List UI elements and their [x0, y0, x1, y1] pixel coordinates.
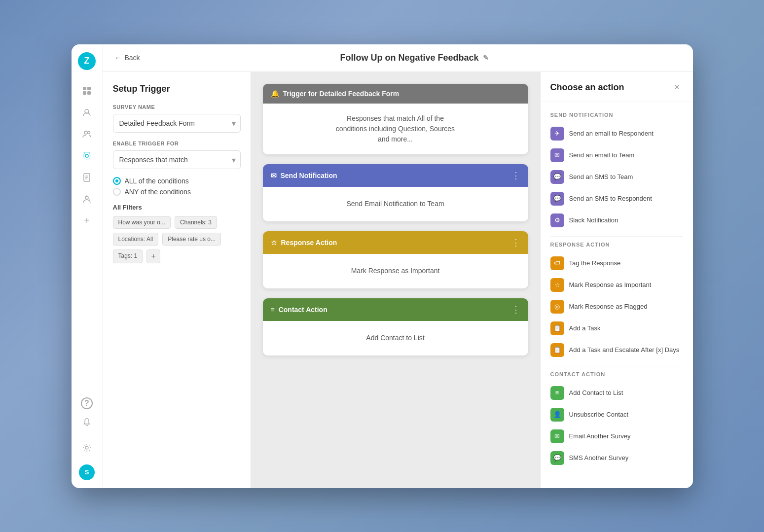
contact-card-title: Contact Action	[279, 306, 327, 314]
filter-tag-3[interactable]: Please rate us o...	[162, 233, 221, 246]
sidebar-bottom: ? S	[78, 397, 96, 480]
action-unsubscribe[interactable]: 👤 Unsubscribe Contact	[550, 404, 683, 426]
notification-bell-icon[interactable]	[78, 413, 96, 431]
filter-tag-4[interactable]: Tags: 1	[113, 249, 143, 263]
response-card-header: ☆ Response Action ⋮	[263, 231, 528, 254]
notify-envelope-icon: ✉	[271, 172, 277, 179]
action-email-survey[interactable]: ✉ Email Another Survey	[550, 426, 683, 447]
page-title: Follow Up on Negative Feedback ✎	[148, 53, 681, 63]
response-action-card: ☆ Response Action ⋮ Mark Response as Imp…	[263, 231, 528, 288]
tag-response-icon: 🏷	[550, 256, 564, 270]
svg-point-6	[88, 131, 90, 134]
action-tag-response[interactable]: 🏷 Tag the Response	[550, 252, 683, 274]
mark-flagged-icon: ◎	[550, 300, 564, 314]
response-star-icon: ☆	[271, 239, 277, 247]
survey-name-select[interactable]: Detailed Feedback Form	[113, 114, 241, 133]
email-team-label: Send an email to Team	[569, 151, 635, 159]
add-task-label: Add a Task	[569, 324, 601, 332]
sms-survey-label: SMS Another Survey	[569, 454, 629, 461]
sidebar-item-documents[interactable]	[78, 169, 96, 186]
back-label: Back	[125, 54, 140, 62]
tag-response-label: Tag the Response	[569, 259, 621, 267]
app-logo[interactable]: Z	[78, 52, 96, 70]
sms-respondent-icon: 💬	[550, 192, 564, 206]
trigger-bell-icon: 🔔	[271, 90, 279, 98]
back-button[interactable]: ← Back	[115, 54, 140, 62]
contact-card-header: ≡ Contact Action ⋮	[263, 298, 528, 321]
trigger-card-body: Responses that match All of the conditio…	[263, 104, 528, 154]
trigger-card: 🔔 Trigger for Detailed Feedback Form Res…	[263, 84, 528, 154]
sidebar-item-users[interactable]	[78, 125, 96, 143]
unsubscribe-icon: 👤	[550, 408, 564, 422]
action-email-team[interactable]: ✉ Send an email to Team	[550, 144, 683, 166]
action-add-task[interactable]: 📋 Add a Task	[550, 318, 683, 339]
action-sms-respondent[interactable]: 💬 Send an SMS to Respondent	[550, 188, 683, 210]
choose-action-title: Choose an action	[550, 82, 624, 93]
contact-header-left: ≡ Contact Action	[271, 306, 327, 314]
sidebar-item-triggers[interactable]	[78, 147, 96, 165]
action-email-respondent[interactable]: ✈ Send an email to Respondent	[550, 123, 683, 144]
notify-card-header: ✉ Send Notification ⋮	[263, 164, 528, 187]
enable-trigger-select[interactable]: Responses that match	[113, 150, 241, 169]
notify-body-text: Send Email Notification to Team	[346, 199, 444, 209]
action-mark-important[interactable]: ☆ Mark Response as Important	[550, 274, 683, 296]
action-mark-flagged[interactable]: ◎ Mark Response as Flagged	[550, 296, 683, 318]
conditions-radio-group: ALL of the conditions ANY of the conditi…	[113, 177, 241, 196]
sidebar-item-team[interactable]	[78, 190, 96, 208]
email-team-icon: ✉	[550, 148, 564, 162]
add-filter-button[interactable]: +	[146, 249, 160, 263]
edit-title-icon[interactable]: ✎	[483, 54, 489, 62]
mark-important-label: Mark Response as Important	[569, 281, 652, 288]
svg-rect-3	[87, 91, 91, 95]
slack-icon: ⚙	[550, 213, 564, 227]
sidebar-item-grid[interactable]	[78, 82, 96, 100]
action-add-contact[interactable]: ≡ Add Contact to List	[550, 382, 683, 404]
divider-2	[550, 366, 683, 366]
condition-any[interactable]: ANY of the conditions	[113, 188, 241, 196]
contact-body-text: Add Contact to List	[366, 333, 424, 343]
contact-menu-dots[interactable]: ⋮	[511, 304, 520, 315]
sms-team-icon: 💬	[550, 170, 564, 184]
filter-tag-0[interactable]: How was your o...	[113, 216, 171, 229]
add-task-escalate-label: Add a Task and Escalate After [x] Days	[569, 346, 680, 354]
action-sms-team[interactable]: 💬 Send an SMS to Team	[550, 166, 683, 188]
sidebar-item-contacts[interactable]	[78, 104, 96, 121]
user-avatar[interactable]: S	[79, 464, 95, 480]
section-response-action-title: RESPONSE ACTION	[550, 242, 683, 248]
help-icon[interactable]: ?	[81, 397, 93, 409]
unsubscribe-label: Unsubscribe Contact	[569, 411, 629, 418]
main-content: ← Back Follow Up on Negative Feedback ✎ …	[103, 44, 693, 488]
sidebar-add-button[interactable]: +	[78, 212, 96, 230]
back-arrow-icon: ←	[115, 54, 122, 62]
sms-team-label: Send an SMS to Team	[569, 173, 633, 180]
choose-action-panel: Choose an action × SEND NOTIFICATION ✈ S…	[540, 72, 693, 488]
app-window: Z	[72, 44, 693, 488]
response-menu-dots[interactable]: ⋮	[511, 237, 520, 248]
action-sms-survey[interactable]: 💬 SMS Another Survey	[550, 447, 683, 469]
svg-point-15	[85, 196, 88, 199]
filter-tags-container: How was your o... Channels: 3 Locations:…	[113, 216, 241, 263]
close-panel-button[interactable]: ×	[671, 82, 683, 94]
right-panel-body: SEND NOTIFICATION ✈ Send an email to Res…	[541, 102, 693, 488]
title-text: Follow Up on Negative Feedback	[340, 53, 479, 63]
svg-rect-0	[83, 87, 86, 90]
send-notification-card: ✉ Send Notification ⋮ Send Email Notific…	[263, 164, 528, 221]
filter-tag-2[interactable]: Locations: All	[113, 233, 159, 246]
email-respondent-label: Send an email to Respondent	[569, 130, 654, 137]
add-contact-icon: ≡	[550, 386, 564, 400]
survey-name-dropdown[interactable]: Detailed Feedback Form	[113, 114, 241, 133]
condition-all[interactable]: ALL of the conditions	[113, 177, 241, 185]
notify-card-title: Send Notification	[281, 172, 337, 179]
svg-point-9	[84, 152, 85, 153]
enable-trigger-dropdown[interactable]: Responses that match	[113, 150, 241, 169]
contact-card-body: Add Contact to List	[263, 321, 528, 355]
sms-respondent-label: Send an SMS to Respondent	[569, 195, 652, 202]
settings-icon[interactable]	[78, 439, 96, 457]
action-slack[interactable]: ⚙ Slack Notification	[550, 210, 683, 231]
mark-flagged-label: Mark Response as Flagged	[569, 303, 648, 310]
filter-tag-1[interactable]: Channels: 3	[175, 216, 217, 229]
radio-all-indicator	[113, 177, 121, 185]
action-add-task-escalate[interactable]: 📋 Add a Task and Escalate After [x] Days	[550, 339, 683, 361]
notify-menu-dots[interactable]: ⋮	[511, 170, 520, 181]
setup-trigger-title: Setup Trigger	[113, 84, 241, 94]
